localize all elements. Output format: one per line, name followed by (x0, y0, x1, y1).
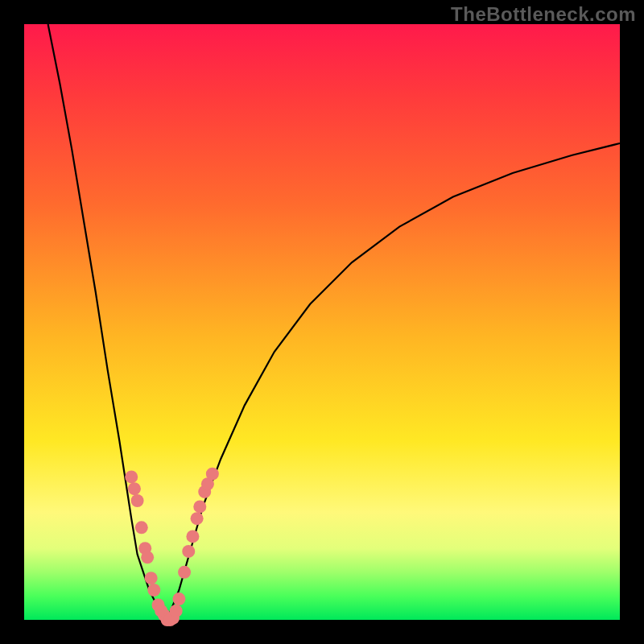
highlight-point (206, 468, 219, 481)
highlight-point (135, 521, 148, 534)
highlight-point (172, 592, 185, 605)
highlight-point (141, 551, 154, 564)
highlight-point (182, 545, 195, 558)
highlight-point (186, 530, 199, 543)
highlight-point (147, 584, 160, 597)
highlight-markers (125, 468, 219, 626)
highlight-point (170, 605, 183, 617)
left-curve (48, 24, 167, 620)
highlight-point (128, 482, 141, 495)
highlight-point (178, 566, 191, 579)
highlight-point (193, 500, 206, 513)
highlight-point (125, 470, 138, 483)
highlight-point (131, 494, 144, 507)
highlight-point (145, 572, 158, 584)
watermark-text: TheBottleneck.com (451, 3, 636, 26)
chart-svg (24, 24, 620, 620)
right-curve (167, 143, 620, 620)
chart-frame: TheBottleneck.com (0, 0, 644, 644)
highlight-point (191, 512, 204, 525)
